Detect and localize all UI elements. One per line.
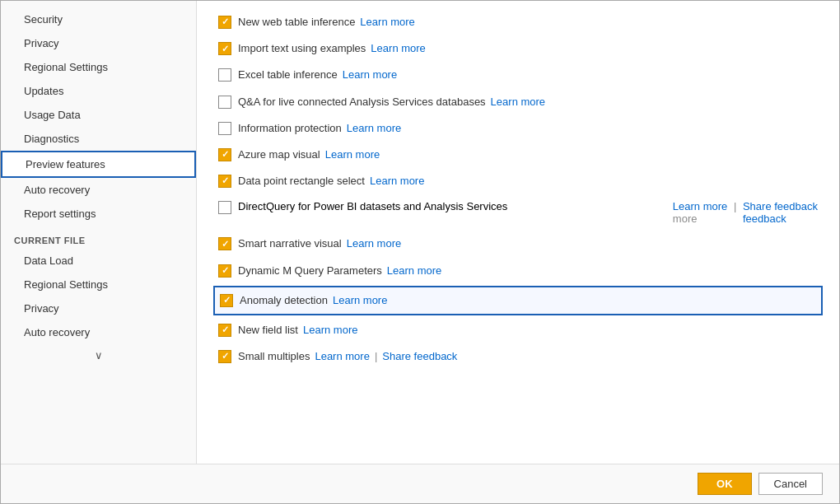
sidebar-item-auto-recovery-cf[interactable]: Auto recovery xyxy=(1,320,196,344)
feature-row-dynamic-m-query: ✓Dynamic M Query ParametersLearn more xyxy=(213,258,823,284)
sidebar-item-auto-recovery[interactable]: Auto recovery xyxy=(1,178,196,202)
sidebar-item-data-load[interactable]: Data Load xyxy=(1,249,196,273)
learn-more-new-web-table-inference[interactable]: Learn more xyxy=(360,15,414,30)
feature-label-small-multiples: Small multiplesLearn more | Share feedba… xyxy=(238,349,818,364)
learn-more-new-field-list[interactable]: Learn more xyxy=(303,323,357,338)
feature-row-new-web-table-inference: ✓New web table inferenceLearn more xyxy=(213,9,823,35)
feature-name-new-field-list: New field list xyxy=(238,323,298,338)
feature-label-azure-map-visual: Azure map visualLearn more xyxy=(238,147,818,162)
feature-name-qa-live-connected: Q&A for live connected Analysis Services… xyxy=(238,95,486,110)
sidebar-item-diagnostics[interactable]: Diagnostics xyxy=(1,127,196,151)
settings-dialog: SecurityPrivacyRegional SettingsUpdatesU… xyxy=(0,0,840,504)
sidebar: SecurityPrivacyRegional SettingsUpdatesU… xyxy=(1,1,197,464)
current-file-header: CURRENT FILE xyxy=(1,226,196,249)
learn-more-dynamic-m-query[interactable]: Learn more xyxy=(387,264,441,278)
feature-label-excel-table-inference: Excel table inferenceLearn more xyxy=(238,68,818,82)
checkbox-new-field-list[interactable]: ✓ xyxy=(218,324,231,337)
checkbox-smart-narrative[interactable]: ✓ xyxy=(218,237,231,250)
learn-more-import-text-examples[interactable]: Learn more xyxy=(371,41,425,56)
checkbox-information-protection[interactable] xyxy=(218,122,231,135)
sidebar-item-preview-features[interactable]: Preview features xyxy=(1,151,196,178)
sidebar-item-regional-settings-cf[interactable]: Regional Settings xyxy=(1,273,196,296)
learn-more-smart-narrative[interactable]: Learn more xyxy=(347,236,401,251)
feature-name-small-multiples: Small multiples xyxy=(238,349,310,364)
sidebar-item-privacy-cf[interactable]: Privacy xyxy=(1,296,196,320)
feature-label-qa-live-connected: Q&A for live connected Analysis Services… xyxy=(238,95,818,110)
learn-more-excel-table-inference[interactable]: Learn more xyxy=(343,68,397,82)
learn-more-qa-live-connected[interactable]: Learn more xyxy=(491,95,545,110)
feature-label-data-point-rectangle: Data point rectangle selectLearn more xyxy=(238,174,818,189)
sidebar-scroll-down[interactable]: ∨ xyxy=(1,344,196,366)
cancel-button[interactable]: Cancel xyxy=(758,473,823,495)
feature-links-directquery-powerbi: Learn more more | Share feedback feedbac… xyxy=(673,200,818,225)
feature-row-small-multiples: ✓Small multiplesLearn more | Share feedb… xyxy=(213,343,823,370)
feature-name-excel-table-inference: Excel table inference xyxy=(238,68,338,82)
pipe-directquery-powerbi: | xyxy=(730,200,740,212)
sidebar-item-report-settings[interactable]: Report settings xyxy=(1,202,196,226)
feature-row-information-protection: Information protectionLearn more xyxy=(213,115,823,142)
ok-button[interactable]: OK xyxy=(698,473,752,495)
share-feedback-directquery-powerbi[interactable]: Share feedback xyxy=(743,200,818,212)
feature-label-new-web-table-inference: New web table inferenceLearn more xyxy=(238,15,818,30)
learn-more-data-point-rectangle[interactable]: Learn more xyxy=(370,174,424,189)
feature-name-data-point-rectangle: Data point rectangle select xyxy=(238,174,365,189)
share-feedback-lower-directquery-powerbi: feedback xyxy=(743,212,818,225)
checkbox-directquery-powerbi[interactable] xyxy=(218,201,231,214)
feature-label-import-text-examples: Import text using examplesLearn more xyxy=(238,41,818,56)
sidebar-item-security[interactable]: Security xyxy=(1,7,196,31)
content-area: ✓New web table inferenceLearn more✓Impor… xyxy=(197,1,839,464)
feature-row-new-field-list: ✓New field listLearn more xyxy=(213,317,823,343)
feature-label-information-protection: Information protectionLearn more xyxy=(238,121,818,136)
feature-row-azure-map-visual: ✓Azure map visualLearn more xyxy=(213,142,823,168)
sidebar-item-privacy[interactable]: Privacy xyxy=(1,31,196,55)
dialog-footer: OK Cancel xyxy=(1,464,839,503)
feature-name-anomaly-detection: Anomaly detection xyxy=(240,293,328,308)
feature-row-anomaly-detection: ✓Anomaly detectionLearn more xyxy=(213,286,823,315)
features-list: ✓New web table inferenceLearn more✓Impor… xyxy=(197,1,839,464)
feature-row-directquery-powerbi: DirectQuery for Power BI datasets and An… xyxy=(213,194,823,231)
checkbox-import-text-examples[interactable]: ✓ xyxy=(218,42,231,55)
sidebar-item-updates[interactable]: Updates xyxy=(1,79,196,103)
feature-label-new-field-list: New field listLearn more xyxy=(238,323,818,338)
feature-name-information-protection: Information protection xyxy=(238,121,342,136)
learn-more-directquery-powerbi[interactable]: Learn more xyxy=(673,200,727,212)
dialog-body: SecurityPrivacyRegional SettingsUpdatesU… xyxy=(1,1,839,464)
feature-label-directquery-powerbi: DirectQuery for Power BI datasets and An… xyxy=(238,200,673,212)
feature-name-smart-narrative: Smart narrative visual xyxy=(238,236,342,251)
checkbox-azure-map-visual[interactable]: ✓ xyxy=(218,148,231,161)
feature-name-dynamic-m-query: Dynamic M Query Parameters xyxy=(238,264,382,278)
learn-more-information-protection[interactable]: Learn more xyxy=(347,121,401,136)
feature-row-smart-narrative: ✓Smart narrative visualLearn more xyxy=(213,231,823,257)
sidebar-item-usage-data[interactable]: Usage Data xyxy=(1,103,196,127)
learn-more-azure-map-visual[interactable]: Learn more xyxy=(325,147,380,162)
feature-label-dynamic-m-query: Dynamic M Query ParametersLearn more xyxy=(238,264,818,278)
feature-name-azure-map-visual: Azure map visual xyxy=(238,147,320,162)
sidebar-inner: SecurityPrivacyRegional SettingsUpdatesU… xyxy=(1,7,196,366)
feature-label-smart-narrative: Smart narrative visualLearn more xyxy=(238,236,818,251)
sidebar-item-regional-settings[interactable]: Regional Settings xyxy=(1,55,196,79)
checkbox-data-point-rectangle[interactable]: ✓ xyxy=(218,175,231,188)
checkbox-dynamic-m-query[interactable]: ✓ xyxy=(218,264,231,278)
checkbox-excel-table-inference[interactable] xyxy=(218,68,231,82)
pipe-small-multiples: | xyxy=(375,349,377,364)
feature-label-anomaly-detection: Anomaly detectionLearn more xyxy=(240,293,816,308)
checkbox-new-web-table-inference[interactable]: ✓ xyxy=(218,16,231,29)
feature-row-data-point-rectangle: ✓Data point rectangle selectLearn more xyxy=(213,168,823,194)
feature-name-import-text-examples: Import text using examples xyxy=(238,41,366,56)
feature-row-qa-live-connected: Q&A for live connected Analysis Services… xyxy=(213,89,823,115)
checkbox-anomaly-detection[interactable]: ✓ xyxy=(220,294,233,307)
checkbox-qa-live-connected[interactable] xyxy=(218,96,231,109)
feature-row-import-text-examples: ✓Import text using examplesLearn more xyxy=(213,35,823,62)
feature-name-new-web-table-inference: New web table inference xyxy=(238,15,355,30)
learn-more-anomaly-detection[interactable]: Learn more xyxy=(333,293,387,308)
share-feedback-small-multiples[interactable]: Share feedback xyxy=(382,349,457,364)
feature-row-excel-table-inference: Excel table inferenceLearn more xyxy=(213,62,823,88)
checkbox-small-multiples[interactable]: ✓ xyxy=(218,350,231,363)
learn-more-small-multiples[interactable]: Learn more xyxy=(315,349,369,364)
